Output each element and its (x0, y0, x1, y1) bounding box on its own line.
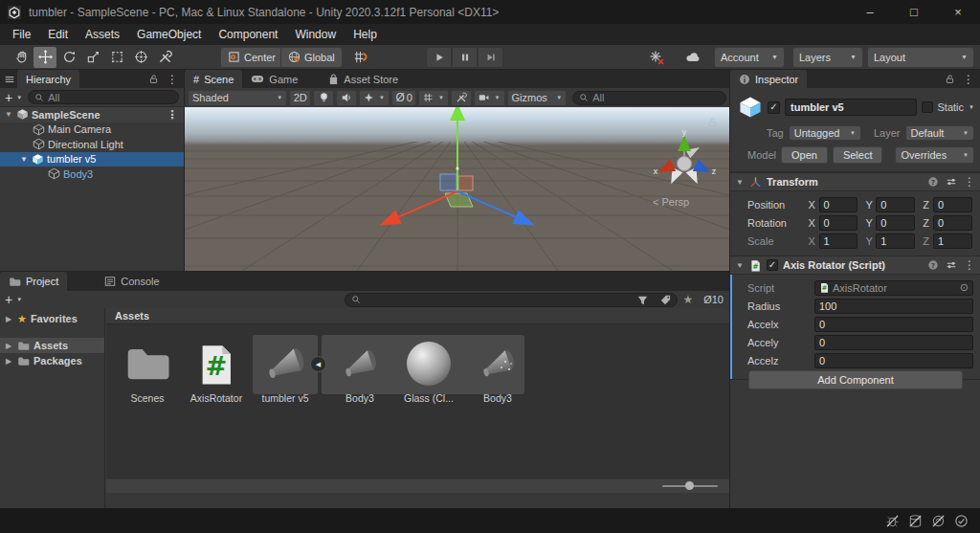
scene-visibility-button[interactable]: Ø 0 (391, 90, 416, 106)
tab-asset-store[interactable]: Asset Store (320, 70, 407, 88)
step-button[interactable] (478, 47, 503, 68)
2d-toggle-button[interactable]: 2D (289, 90, 311, 106)
scene-tools-button[interactable] (451, 90, 472, 106)
project-search-input[interactable] (345, 293, 678, 307)
static-checkbox[interactable] (922, 101, 933, 113)
script-component-header[interactable]: ▼ ✓ Axis Rotator (Script) ⋮ (730, 255, 980, 275)
model-select-button[interactable]: Select (833, 146, 883, 164)
lock-icon[interactable] (148, 74, 159, 84)
cloud-button[interactable] (678, 47, 708, 68)
status-progress-icon[interactable] (954, 514, 969, 528)
script-enabled-checkbox[interactable]: ✓ (767, 259, 778, 271)
maximize-button[interactable]: □ (892, 0, 936, 24)
hand-tool-button[interactable] (10, 47, 33, 68)
tab-inspector[interactable]: Inspector (730, 70, 807, 88)
grid-visibility-dropdown[interactable]: ▼ (418, 90, 449, 106)
menu-file[interactable]: File (4, 24, 39, 45)
script-object-field[interactable]: AxisRotator ⊙ (814, 280, 973, 296)
foldout-icon[interactable]: ▼ (735, 261, 745, 270)
minimize-button[interactable]: – (848, 0, 892, 24)
create-asset-button[interactable]: + (5, 293, 12, 306)
lighting-toggle-button[interactable] (313, 90, 334, 106)
panel-menu-icon[interactable] (4, 74, 15, 85)
asset-body3-texture[interactable]: Body3 (464, 339, 531, 404)
scene-search-input[interactable]: All (572, 91, 726, 105)
foldout-icon[interactable]: ▼ (4, 110, 13, 119)
hierarchy-item-body3[interactable]: Body3 (0, 167, 184, 182)
hierarchy-item-directional-light[interactable]: Directional Light (0, 137, 184, 152)
draw-mode-dropdown[interactable]: Shaded ▼ (188, 90, 287, 106)
status-collab-icon[interactable] (931, 514, 946, 528)
camera-settings-dropdown[interactable]: ▼ (474, 90, 505, 106)
asset-body3-mesh[interactable]: Body3 (326, 339, 393, 404)
tab-project[interactable]: Project (0, 272, 67, 291)
scale-z-field[interactable]: 1 (933, 233, 972, 249)
audio-toggle-button[interactable] (336, 90, 357, 106)
model-open-button[interactable]: Open (781, 146, 828, 164)
tab-hierarchy[interactable]: Hierarchy (17, 70, 79, 88)
lock-icon[interactable] (945, 74, 955, 84)
rect-tool-button[interactable] (105, 47, 128, 68)
grid-snap-button[interactable] (348, 47, 371, 68)
accelx-field[interactable]: 0 (814, 317, 973, 332)
accely-field[interactable]: 0 (814, 335, 973, 350)
scale-y-field[interactable]: 1 (876, 233, 915, 249)
tab-console[interactable]: Console (96, 272, 167, 291)
hierarchy-item-scene[interactable]: ▼ SampleScene ⋮ (0, 107, 184, 122)
tab-game[interactable]: Game (242, 70, 306, 88)
pivot-toggle-button[interactable]: Center (220, 47, 283, 68)
help-icon[interactable] (927, 259, 939, 271)
foldout-icon[interactable]: ▼ (735, 178, 745, 187)
custom-tools-button[interactable] (153, 47, 176, 68)
orientation-gizmo[interactable]: y x z (651, 128, 720, 197)
foldout-icon[interactable]: ▶ (4, 315, 13, 323)
gizmos-dropdown[interactable]: Gizmos ▼ (507, 90, 568, 106)
kebab-menu-icon[interactable]: ⋮ (964, 176, 975, 188)
active-checkbox[interactable]: ✓ (768, 101, 780, 114)
layout-dropdown[interactable]: Layout ▼ (867, 47, 974, 68)
transform-header[interactable]: ▼ Transform ⋮ (730, 172, 980, 191)
orientation-toggle-button[interactable]: Global (280, 47, 343, 68)
overrides-dropdown[interactable]: Overrides ▼ (895, 146, 974, 164)
presets-icon[interactable] (946, 176, 957, 188)
tree-item-packages[interactable]: ▶ Packages (0, 353, 104, 368)
layers-dropdown[interactable]: Layers ▼ (792, 47, 863, 68)
rotation-y-field[interactable]: 0 (876, 215, 915, 231)
asset-tumbler[interactable]: tumbler v5 (252, 339, 319, 404)
hierarchy-item-main-camera[interactable]: Main Camera (0, 122, 184, 138)
menu-gameobject[interactable]: GameObject (128, 24, 210, 45)
tree-item-assets[interactable]: ▶ Assets (0, 338, 104, 353)
foldout-icon[interactable]: ▶ (4, 357, 13, 366)
move-gizmo[interactable] (185, 107, 729, 271)
kebab-menu-icon[interactable]: ⋮ (963, 74, 974, 85)
gizmo-lock-icon[interactable] (707, 117, 718, 127)
presets-icon[interactable] (946, 259, 957, 271)
tab-scene[interactable]: # Scene (185, 70, 242, 88)
collab-button[interactable] (641, 47, 672, 68)
position-x-field[interactable]: 0 (819, 197, 858, 212)
effects-dropdown[interactable]: ▼ (359, 90, 390, 106)
hidden-packages-count[interactable]: Ø10 (703, 294, 724, 305)
kebab-menu-icon[interactable]: ⋮ (167, 109, 184, 121)
play-button[interactable] (426, 47, 452, 68)
radius-field[interactable]: 100 (814, 299, 973, 314)
move-tool-button[interactable] (33, 47, 56, 68)
accelz-field[interactable]: 0 (814, 353, 973, 368)
layer-dropdown[interactable]: Default ▼ (905, 125, 974, 141)
scene-viewport[interactable]: y x z < Persp (185, 107, 729, 271)
menu-assets[interactable]: Assets (77, 24, 128, 45)
status-debugger-icon[interactable] (885, 514, 900, 528)
foldout-icon[interactable]: ▼ (19, 155, 29, 164)
pause-button[interactable] (452, 47, 478, 68)
rotation-x-field[interactable]: 0 (819, 215, 858, 231)
scale-tool-button[interactable] (81, 47, 104, 68)
menu-component[interactable]: Component (210, 24, 286, 45)
position-z-field[interactable]: 0 (933, 197, 972, 212)
asset-axisrotator[interactable]: AxisRotator (183, 339, 250, 404)
add-object-button[interactable]: + (5, 91, 12, 104)
kebab-menu-icon[interactable]: ⋮ (167, 74, 178, 85)
hierarchy-search-input[interactable]: All (28, 90, 179, 104)
tag-dropdown[interactable]: Untagged ▼ (789, 125, 861, 141)
position-y-field[interactable]: 0 (876, 197, 915, 212)
add-component-button[interactable]: Add Component (748, 370, 963, 389)
